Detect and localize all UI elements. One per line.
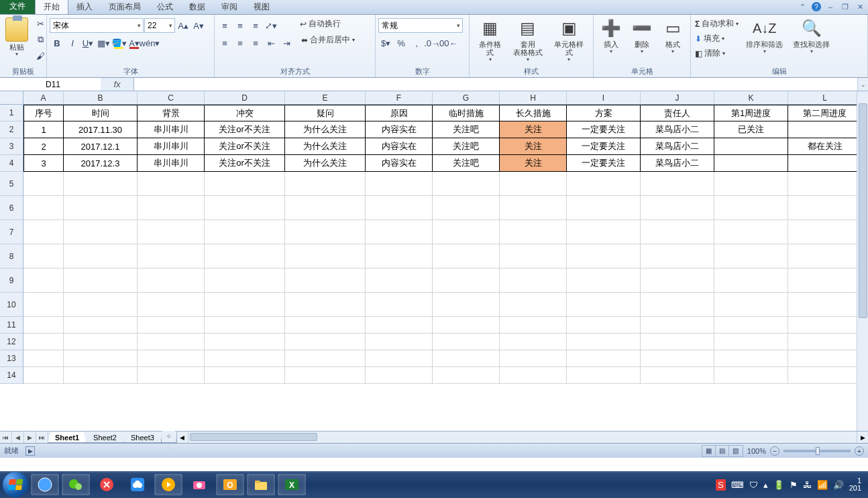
cell-C12[interactable] [138, 334, 205, 350]
cell-A13[interactable] [23, 350, 64, 367]
sort-filter-button[interactable]: A↓Z排序和筛选▾ [742, 16, 787, 56]
cell-L4[interactable] [788, 155, 862, 172]
fill-color-button[interactable]: 🪣▾ [111, 36, 126, 50]
cell-G6[interactable] [433, 196, 500, 220]
format-as-table-button[interactable]: ▤套用 表格格式▾ [510, 16, 545, 64]
align-middle-button[interactable]: ≡ [233, 18, 248, 33]
tab-file[interactable]: 文件 [0, 0, 35, 14]
cell-D2[interactable]: 关注or不关注 [205, 121, 285, 138]
cell-F2[interactable]: 内容实在 [366, 121, 433, 138]
cell-G11[interactable] [433, 317, 500, 334]
tab-review[interactable]: 审阅 [213, 0, 246, 14]
col-header-H[interactable]: H [500, 91, 567, 105]
cell-E11[interactable] [285, 317, 366, 334]
tray-shield-icon[interactable]: 🛡 [749, 480, 758, 490]
cell-J5[interactable] [641, 172, 714, 196]
cell-B12[interactable] [64, 334, 138, 350]
row-header-2[interactable]: 2 [0, 121, 23, 138]
formula-expand-icon[interactable]: ⌄ [857, 78, 868, 91]
cell-C14[interactable] [138, 367, 205, 384]
cell-G9[interactable] [433, 268, 500, 293]
row-header-12[interactable]: 12 [0, 334, 23, 350]
align-bottom-button[interactable]: ≡ [248, 18, 263, 33]
cut-button[interactable]: ✂ [33, 16, 48, 31]
cell-D8[interactable] [205, 244, 285, 268]
cell-B11[interactable] [64, 317, 138, 334]
col-header-K[interactable]: K [714, 91, 788, 105]
cell-D4[interactable]: 关注or不关注 [205, 155, 285, 172]
cell-H6[interactable] [500, 196, 567, 220]
cell-G14[interactable] [433, 367, 500, 384]
normal-view-button[interactable]: ▦ [702, 446, 716, 456]
cell-L1[interactable]: 第二周进度 [788, 105, 862, 121]
cell-I9[interactable] [567, 268, 641, 293]
cell-L9[interactable] [788, 268, 862, 293]
cell-L11[interactable] [788, 317, 862, 334]
cell-I8[interactable] [567, 244, 641, 268]
cell-K8[interactable] [714, 244, 788, 268]
cell-K10[interactable] [714, 293, 788, 317]
col-header-B[interactable]: B [64, 91, 138, 105]
taskbar-explorer[interactable] [247, 474, 275, 495]
tray-volume-icon[interactable]: 🔊 [833, 480, 844, 490]
cell-A2[interactable]: 1 [23, 121, 64, 138]
taskbar-excel[interactable]: X [278, 474, 306, 495]
cell-F1[interactable]: 原因 [366, 105, 433, 121]
tray-battery-icon[interactable]: 🔋 [773, 480, 784, 490]
cell-F14[interactable] [366, 367, 433, 384]
cell-B5[interactable] [64, 172, 138, 196]
cell-F3[interactable]: 内容实在 [366, 138, 433, 155]
vertical-scrollbar[interactable] [857, 91, 868, 431]
cell-J1[interactable]: 责任人 [641, 105, 714, 121]
cell-E8[interactable] [285, 244, 366, 268]
row-header-1[interactable]: 1 [0, 105, 23, 121]
zoom-slider-handle[interactable] [816, 447, 820, 455]
page-break-view-button[interactable]: ▧ [729, 446, 743, 456]
spreadsheet-grid[interactable]: ABCDEFGHIJKLM 1234567891011121314 序号时间背景… [0, 91, 868, 431]
cell-K1[interactable]: 第1周进度 [714, 105, 788, 121]
font-name-combo[interactable]: 宋体 [50, 18, 144, 33]
cell-K2[interactable]: 已关注 [714, 121, 788, 138]
bold-button[interactable]: B [50, 36, 64, 50]
cell-J4[interactable]: 菜鸟店小二 [641, 155, 714, 172]
cell-C11[interactable] [138, 317, 205, 334]
macro-record-icon[interactable]: ▶ [25, 446, 35, 456]
cell-D10[interactable] [205, 293, 285, 317]
cell-B7[interactable] [64, 220, 138, 244]
workbook-minimize-icon[interactable]: – [825, 1, 836, 12]
cell-K9[interactable] [714, 268, 788, 293]
cell-B13[interactable] [64, 350, 138, 367]
sheet-tab-3[interactable]: Sheet3 [123, 432, 162, 443]
col-header-C[interactable]: C [138, 91, 205, 105]
tray-network-icon[interactable]: 🖧 [803, 480, 812, 490]
cell-C7[interactable] [138, 220, 205, 244]
zoom-slider[interactable] [783, 450, 851, 452]
cell-B9[interactable] [64, 268, 138, 293]
cell-L5[interactable] [788, 172, 862, 196]
cell-H13[interactable] [500, 350, 567, 367]
cell-J11[interactable] [641, 317, 714, 334]
tray-chevron-icon[interactable]: ▴ [763, 480, 768, 490]
cell-J9[interactable] [641, 268, 714, 293]
cell-C2[interactable]: 串川串川 [138, 121, 205, 138]
col-header-L[interactable]: L [788, 91, 862, 105]
sheet-prev-button[interactable]: ◀ [12, 432, 24, 443]
cell-J6[interactable] [641, 196, 714, 220]
hscroll-left-button[interactable]: ◀ [177, 432, 188, 443]
cell-G1[interactable]: 临时措施 [433, 105, 500, 121]
cell-G3[interactable]: 关注吧 [433, 138, 500, 155]
cell-H3[interactable]: 关注 [500, 138, 567, 155]
cell-F11[interactable] [366, 317, 433, 334]
clear-button[interactable]: ◧ 清除 ▾ [694, 47, 740, 60]
cell-G10[interactable] [433, 293, 500, 317]
cell-H2[interactable]: 关注 [500, 121, 567, 138]
cell-H11[interactable] [500, 317, 567, 334]
cell-F12[interactable] [366, 334, 433, 350]
cell-K4[interactable] [714, 155, 788, 172]
cell-I4[interactable]: 一定要关注 [567, 155, 641, 172]
cell-F4[interactable]: 内容实在 [366, 155, 433, 172]
taskbar-browser[interactable] [31, 474, 59, 495]
cell-A12[interactable] [23, 334, 64, 350]
tray-wifi-icon[interactable]: 📶 [817, 480, 828, 490]
row-header-7[interactable]: 7 [0, 220, 23, 244]
